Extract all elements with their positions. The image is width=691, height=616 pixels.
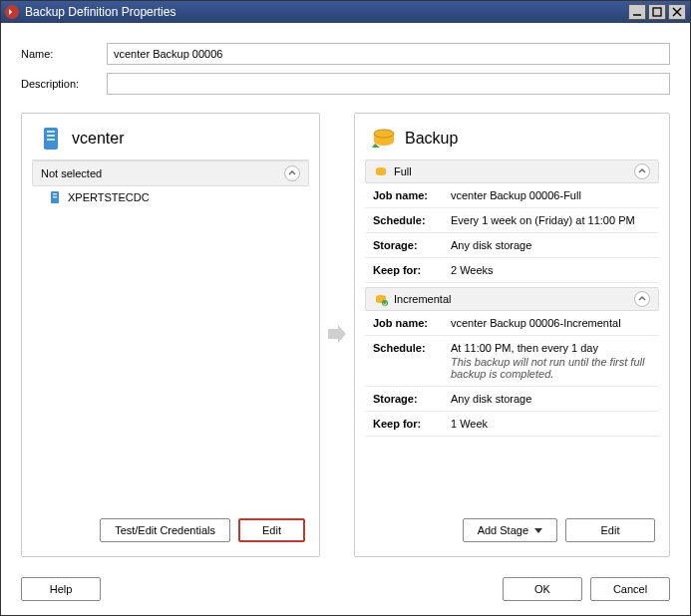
panels: vcenter Not selected XPERTSTECDC Test/Ed… xyxy=(21,113,670,557)
svg-rect-10 xyxy=(53,196,57,198)
table-row: Schedule: At 11:00 PM, then every 1 dayT… xyxy=(365,336,659,387)
row-value: Any disk storage xyxy=(443,233,659,258)
tree-group-header[interactable]: Not selected xyxy=(32,160,309,186)
name-input[interactable] xyxy=(107,43,670,65)
content: Name: Description: vcenter Not selected xyxy=(1,23,690,577)
source-tree: Not selected XPERTSTECDC xyxy=(32,159,309,208)
svg-rect-5 xyxy=(47,131,55,133)
row-value: vcenter Backup 00006-Incremental xyxy=(443,311,659,336)
table-row: Keep for: 1 Week xyxy=(365,412,659,437)
dialog-footer: Help OK Cancel xyxy=(1,577,690,615)
row-value: 1 Week xyxy=(443,412,659,437)
window: Backup Definition Properties Name: Descr… xyxy=(0,0,691,616)
row-key: Schedule: xyxy=(365,208,443,233)
app-icon xyxy=(5,5,19,19)
row-key: Keep for: xyxy=(365,258,443,283)
row-value: At 11:00 PM, then every 1 dayThis backup… xyxy=(443,336,659,387)
section-table: Job name: vcenter Backup 00006-Increment… xyxy=(365,311,659,437)
backup-section: Incremental Job name: vcenter Backup 000… xyxy=(365,287,659,437)
row-note: This backup will not run until the first… xyxy=(451,356,651,380)
table-row: Storage: Any disk storage xyxy=(365,387,659,412)
host-icon xyxy=(48,190,62,204)
description-label: Description: xyxy=(21,78,99,90)
source-panel-footer: Test/Edit Credentials Edit xyxy=(22,508,319,556)
caret-down-icon xyxy=(534,528,542,533)
backup-panel-footer: Add Stage Edit xyxy=(355,508,669,556)
close-button[interactable] xyxy=(668,4,686,20)
svg-rect-1 xyxy=(653,8,661,16)
edit-source-button[interactable]: Edit xyxy=(238,518,305,542)
add-stage-button[interactable]: Add Stage xyxy=(463,518,557,542)
maximize-button[interactable] xyxy=(648,4,666,20)
row-key: Keep for: xyxy=(365,412,443,437)
backup-type-icon xyxy=(374,164,388,178)
description-row: Description: xyxy=(21,73,670,95)
edit-backup-button[interactable]: Edit xyxy=(565,518,655,542)
backup-type-icon xyxy=(374,292,388,306)
backup-panel-title-row: Backup xyxy=(355,114,669,159)
row-key: Storage: xyxy=(365,387,443,412)
section-title: Incremental xyxy=(394,293,451,305)
table-row: Keep for: 2 Weeks xyxy=(365,258,659,283)
chevron-up-icon[interactable] xyxy=(284,165,300,181)
tree-item-label: XPERTSTECDC xyxy=(68,191,150,203)
chevron-up-icon[interactable] xyxy=(634,291,650,307)
row-value: vcenter Backup 00006-Full xyxy=(443,183,659,208)
name-label: Name: xyxy=(21,48,99,60)
tree-group-label: Not selected xyxy=(41,167,102,179)
backup-section: Full Job name: vcenter Backup 00006-Full… xyxy=(365,159,659,283)
svg-rect-7 xyxy=(47,139,55,141)
backup-panel: Backup Full Job name: vcenter Backup 000… xyxy=(354,113,670,557)
window-controls xyxy=(628,4,686,20)
chevron-up-icon[interactable] xyxy=(634,163,650,179)
tree-item[interactable]: XPERTSTECDC xyxy=(32,186,309,208)
backup-icon xyxy=(371,126,397,152)
row-key: Storage: xyxy=(365,233,443,258)
table-row: Storage: Any disk storage xyxy=(365,233,659,258)
window-title: Backup Definition Properties xyxy=(25,5,628,19)
row-key: Job name: xyxy=(365,183,443,208)
source-panel-title-row: vcenter xyxy=(22,114,319,159)
vcenter-icon xyxy=(38,126,64,152)
name-row: Name: xyxy=(21,43,670,65)
table-row: Job name: vcenter Backup 00006-Increment… xyxy=(365,311,659,336)
source-panel-title: vcenter xyxy=(72,130,124,148)
row-key: Schedule: xyxy=(365,336,443,387)
row-value: 2 Weeks xyxy=(443,258,659,283)
svg-rect-6 xyxy=(47,135,55,137)
help-button[interactable]: Help xyxy=(21,577,101,601)
table-row: Job name: vcenter Backup 00006-Full xyxy=(365,183,659,208)
section-header[interactable]: Full xyxy=(365,159,659,183)
section-title: Full xyxy=(394,165,412,177)
titlebar: Backup Definition Properties xyxy=(1,1,690,23)
section-header[interactable]: Incremental xyxy=(365,287,659,311)
row-key: Job name: xyxy=(365,311,443,336)
row-value: Any disk storage xyxy=(443,387,659,412)
add-stage-label: Add Stage xyxy=(478,524,528,536)
description-input[interactable] xyxy=(107,73,670,95)
backup-panel-title: Backup xyxy=(405,130,458,148)
cancel-button[interactable]: Cancel xyxy=(590,577,670,601)
test-edit-credentials-button[interactable]: Test/Edit Credentials xyxy=(100,518,230,542)
arrow-right-icon xyxy=(326,323,348,347)
table-row: Schedule: Every 1 week on (Friday) at 11… xyxy=(365,208,659,233)
source-panel: vcenter Not selected XPERTSTECDC Test/Ed… xyxy=(21,113,320,557)
row-value: Every 1 week on (Friday) at 11:00 PM xyxy=(443,208,659,233)
minimize-button[interactable] xyxy=(628,4,646,20)
ok-button[interactable]: OK xyxy=(503,577,582,601)
section-table: Job name: vcenter Backup 00006-Full Sche… xyxy=(365,183,659,283)
svg-rect-9 xyxy=(53,193,57,195)
